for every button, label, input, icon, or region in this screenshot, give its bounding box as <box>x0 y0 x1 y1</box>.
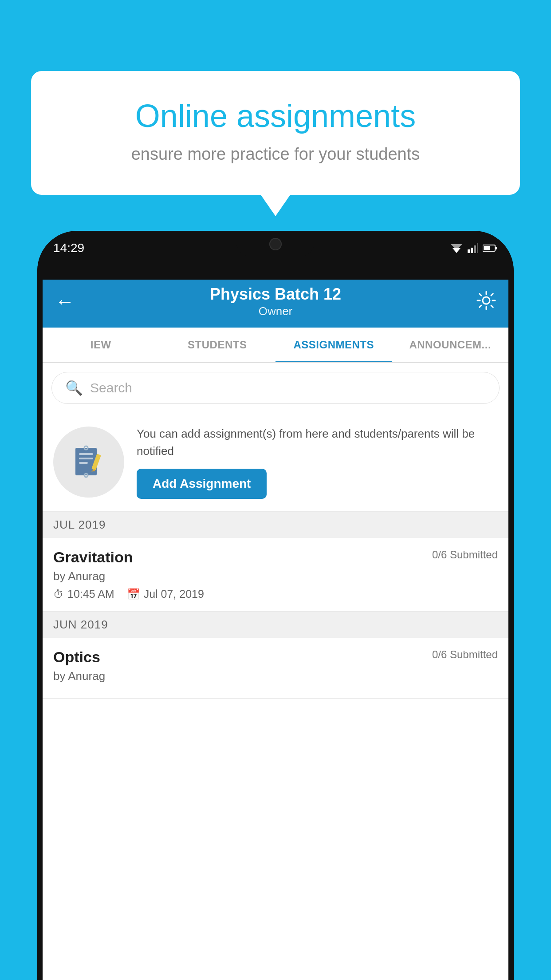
tab-assignments[interactable]: ASSIGNMENTS <box>276 328 392 362</box>
svg-rect-2 <box>468 249 470 253</box>
assignment-row-top: Gravitation 0/6 Submitted <box>53 549 498 566</box>
promo-text: You can add assignment(s) from here and … <box>137 425 498 460</box>
svg-rect-11 <box>79 453 93 455</box>
battery-icon <box>483 244 498 252</box>
assignment-name-2: Optics <box>53 648 100 666</box>
wifi-icon <box>450 243 463 253</box>
tab-iew[interactable]: IEW <box>43 328 159 362</box>
camera <box>269 238 282 250</box>
meta-time: ⏱ 10:45 AM <box>53 588 114 601</box>
svg-rect-5 <box>477 243 478 253</box>
phone-frame: 14:29 ← <box>37 231 514 980</box>
meta-time-value: 10:45 AM <box>67 588 114 601</box>
signal-icon <box>468 243 478 253</box>
svg-rect-13 <box>79 462 88 464</box>
svg-marker-1 <box>451 244 462 250</box>
meta-date: 📅 Jul 07, 2019 <box>127 588 204 601</box>
assignment-submitted-2: 0/6 Submitted <box>432 648 498 661</box>
phone-screen: ← Physics Batch 12 Owner IEW STUDENTS AS… <box>43 275 508 980</box>
svg-rect-3 <box>471 248 473 253</box>
section-jun-2019: JUN 2019 <box>43 612 508 638</box>
svg-rect-12 <box>79 458 93 459</box>
svg-rect-8 <box>484 246 490 250</box>
calendar-icon: 📅 <box>127 588 140 601</box>
assignment-by: by Anurag <box>53 569 498 583</box>
promo-content: You can add assignment(s) from here and … <box>137 425 498 499</box>
search-bar[interactable]: 🔍 Search <box>51 372 500 404</box>
promo-icon-circle <box>53 427 124 498</box>
bubble-title: Online assignments <box>67 98 484 134</box>
search-icon: 🔍 <box>65 379 83 396</box>
assignment-gravitation[interactable]: Gravitation 0/6 Submitted by Anurag ⏱ 10… <box>43 538 508 612</box>
tab-students[interactable]: STUDENTS <box>159 328 276 362</box>
notebook-icon <box>71 444 106 480</box>
app-header: ← Physics Batch 12 Owner <box>43 275 508 328</box>
svg-rect-4 <box>474 245 476 253</box>
promo-block: You can add assignment(s) from here and … <box>43 413 508 512</box>
status-time: 14:29 <box>53 241 84 255</box>
tabs-bar: IEW STUDENTS ASSIGNMENTS ANNOUNCEM... <box>43 328 508 363</box>
section-jul-2019: JUL 2019 <box>43 512 508 538</box>
speech-bubble-container: Online assignments ensure more practice … <box>31 71 520 195</box>
search-container: 🔍 Search <box>43 363 508 413</box>
bubble-subtitle: ensure more practice for your students <box>67 145 484 164</box>
assignment-name: Gravitation <box>53 549 133 566</box>
clock-icon: ⏱ <box>53 588 64 601</box>
speech-bubble: Online assignments ensure more practice … <box>31 71 520 195</box>
gear-icon <box>476 291 496 310</box>
assignment-by-2: by Anurag <box>53 669 498 683</box>
header-subtitle: Owner <box>210 304 341 318</box>
svg-point-9 <box>483 297 490 304</box>
add-assignment-button[interactable]: Add Assignment <box>137 469 267 499</box>
assignment-meta: ⏱ 10:45 AM 📅 Jul 07, 2019 <box>53 588 498 601</box>
assignment-row-top-2: Optics 0/6 Submitted <box>53 648 498 666</box>
tab-announcements[interactable]: ANNOUNCEM... <box>392 328 509 362</box>
phone-notch <box>236 231 315 257</box>
meta-date-value: Jul 07, 2019 <box>144 588 204 601</box>
status-icons <box>450 243 498 253</box>
settings-button[interactable] <box>476 291 496 312</box>
header-title-block: Physics Batch 12 Owner <box>210 285 341 318</box>
svg-rect-7 <box>495 247 497 249</box>
header-title: Physics Batch 12 <box>210 285 341 304</box>
back-button[interactable]: ← <box>55 290 75 312</box>
search-placeholder: Search <box>90 380 132 395</box>
assignment-optics[interactable]: Optics 0/6 Submitted by Anurag <box>43 638 508 699</box>
assignment-submitted: 0/6 Submitted <box>432 549 498 561</box>
